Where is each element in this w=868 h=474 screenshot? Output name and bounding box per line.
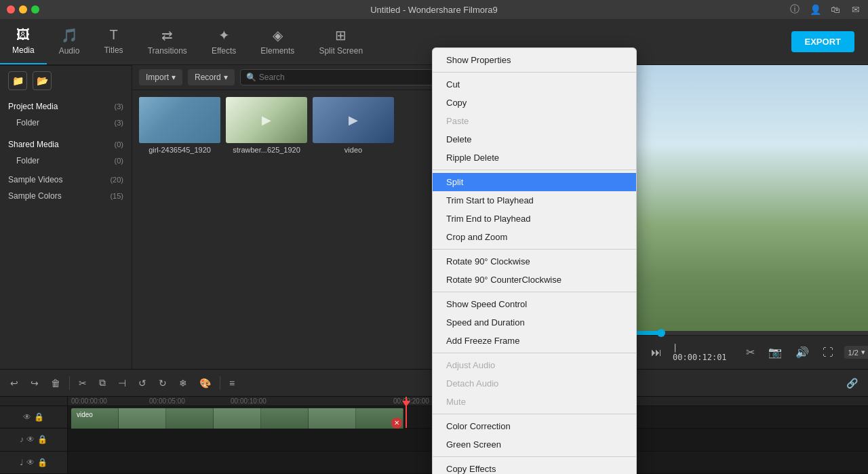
media-label-0: girl-2436545_1920 <box>139 146 220 154</box>
ctx-crop-zoom-label: Crop and Zoom <box>446 232 507 242</box>
media-thumbnail-2: ▶ <box>313 97 394 143</box>
ctx-freeze-frame[interactable]: Add Freeze Frame <box>433 332 636 350</box>
nav-item-transitions[interactable]: ⇄ Transitions <box>136 19 199 64</box>
record-button[interactable]: Record ▾ <box>188 69 235 85</box>
sidebar-item-shared-media[interactable]: Shared Media (0) <box>0 136 132 153</box>
minimize-button[interactable] <box>19 5 27 14</box>
titles-icon: T <box>109 27 117 43</box>
titlebar-actions[interactable]: ⓘ 👤 🛍 ✉ <box>789 4 861 15</box>
ctx-speed-duration[interactable]: Speed and Duration <box>433 313 636 332</box>
lock-button[interactable]: 🔗 <box>843 375 861 391</box>
nav-item-media[interactable]: 🖼 Media <box>0 19 47 64</box>
ctx-rotate-cw[interactable]: Rotate 90° Clockwise <box>433 252 636 271</box>
ctx-speed-duration-label: Speed and Duration <box>446 317 525 328</box>
snapshot-button[interactable]: 📷 <box>766 343 785 361</box>
media-item-2[interactable]: ▶ video <box>313 97 394 154</box>
sidebar-item-project-media[interactable]: Project Media (3) <box>0 98 132 115</box>
traffic-lights[interactable] <box>7 5 39 14</box>
project-media-count: (3) <box>115 102 123 111</box>
export-button[interactable]: EXPORT <box>791 31 854 52</box>
ctx-rotate-ccw-label: Rotate 90° CounterClockwise <box>446 275 561 285</box>
track-label-audio: ♪ 👁 🔒 <box>0 429 67 451</box>
audio-eye-icon[interactable]: 👁 <box>26 435 35 444</box>
play-icon-2: ▶ <box>349 113 358 127</box>
media-label-2: video <box>313 146 394 154</box>
freeze-button[interactable]: ❄ <box>176 375 191 391</box>
trim-button[interactable]: ✂ <box>743 343 757 361</box>
ctx-detach-audio-label: Detach Audio <box>446 378 498 389</box>
ctx-color-correction[interactable]: Color Correction <box>433 417 636 435</box>
redo2-button[interactable]: ↻ <box>155 375 170 391</box>
ctx-paste[interactable]: Paste <box>433 112 636 130</box>
person-icon[interactable]: 👤 <box>810 4 821 15</box>
ctx-adjust-audio[interactable]: Adjust Audio <box>433 356 636 374</box>
volume-button[interactable]: 🔊 <box>793 343 812 361</box>
audio-lock-icon[interactable]: 🔒 <box>37 435 47 444</box>
skip-end-button[interactable]: ⏭ <box>648 344 665 361</box>
ctx-sep-5 <box>433 353 636 353</box>
extra-eye-icon[interactable]: 👁 <box>26 458 35 467</box>
nav-item-titles[interactable]: T Titles <box>92 19 135 64</box>
ctx-show-properties[interactable]: Show Properties <box>433 51 636 69</box>
media-item-0[interactable]: girl-2436545_1920 <box>139 97 220 154</box>
ctx-copy-label: Copy <box>446 98 467 108</box>
store-icon[interactable]: 🛍 <box>830 4 841 15</box>
import-folder-button[interactable]: 📂 <box>33 71 52 90</box>
fullscreen-button[interactable]: ⛶ <box>820 344 836 361</box>
ctx-crop-zoom[interactable]: Crop and Zoom <box>433 228 636 246</box>
sidebar-item-project-folder[interactable]: Folder (3) <box>0 115 132 131</box>
scale-value: 1/2 <box>848 349 859 357</box>
sample-videos-count: (20) <box>110 176 123 184</box>
ctx-show-speed-control[interactable]: Show Speed Control <box>433 295 636 313</box>
message-icon[interactable]: ✉ <box>850 4 861 15</box>
new-folder-button[interactable]: 📁 <box>8 71 27 90</box>
ctx-sep-3 <box>433 249 636 250</box>
ctx-mute[interactable]: Mute <box>433 393 636 411</box>
ctx-trim-start[interactable]: Trim Start to Playhead <box>433 191 636 210</box>
undo2-button[interactable]: ↺ <box>135 375 150 391</box>
record-label: Record <box>195 73 221 82</box>
toolbar-separator-2 <box>220 376 220 390</box>
media-item-1[interactable]: ▶ strawber...625_1920 <box>226 97 307 154</box>
color-button[interactable]: 🎨 <box>196 375 214 391</box>
nav-item-audio[interactable]: 🎵 Audio <box>47 19 92 64</box>
ctx-trim-end[interactable]: Trim End to Playhead <box>433 210 636 228</box>
ctx-trim-start-label: Trim Start to Playhead <box>446 195 534 205</box>
eye-icon[interactable]: 👁 <box>23 412 31 422</box>
ctx-show-properties-label: Show Properties <box>446 55 511 65</box>
sidebar-item-sample-videos[interactable]: Sample Videos (20) <box>0 172 132 188</box>
ctx-copy[interactable]: Copy <box>433 94 636 112</box>
delete-button[interactable]: 🗑 <box>47 375 64 391</box>
lock-icon[interactable]: 🔒 <box>34 412 44 422</box>
nav-item-effects[interactable]: ✦ Effects <box>199 19 248 64</box>
ctx-rotate-ccw[interactable]: Rotate 90° CounterClockwise <box>433 271 636 289</box>
ctx-green-screen[interactable]: Green Screen <box>433 435 636 454</box>
maximize-button[interactable] <box>31 5 39 14</box>
preview-timecode: | 00:00:12:01 <box>673 343 726 362</box>
undo-button[interactable]: ↩ <box>7 375 22 391</box>
scale-select[interactable]: 1/2 ▾ <box>844 346 868 359</box>
nav-item-split-screen[interactable]: ⊞ Split Screen <box>307 19 375 64</box>
split-button[interactable]: ⊣ <box>115 375 130 391</box>
progress-thumb[interactable] <box>657 329 665 337</box>
ctx-ripple-delete[interactable]: Ripple Delete <box>433 149 636 167</box>
ctx-cut[interactable]: Cut <box>433 75 636 94</box>
sidebar-actions[interactable]: 📁 📂 <box>0 65 132 96</box>
import-button[interactable]: Import ▾ <box>139 69 182 85</box>
cut-button[interactable]: ✂ <box>75 375 90 391</box>
sidebar-item-shared-folder[interactable]: Folder (0) <box>0 153 132 169</box>
nav-label-elements: Elements <box>260 46 294 56</box>
extra-lock-icon[interactable]: 🔒 <box>37 458 47 467</box>
settings-button[interactable]: ≡ <box>226 375 238 391</box>
copy-button[interactable]: ⧉ <box>96 374 109 391</box>
ctx-detach-audio[interactable]: Detach Audio <box>433 374 636 393</box>
info-icon[interactable]: ⓘ <box>789 4 800 15</box>
nav-item-elements[interactable]: ◈ Elements <box>248 19 307 64</box>
ctx-split[interactable]: Split <box>433 173 636 191</box>
clip-delete-button[interactable]: ✕ <box>391 418 402 429</box>
sidebar-item-sample-colors[interactable]: Sample Colors (15) <box>0 188 132 204</box>
ctx-delete[interactable]: Delete <box>433 130 636 149</box>
redo-button[interactable]: ↪ <box>27 375 42 391</box>
close-button[interactable] <box>7 5 15 14</box>
ctx-copy-effects[interactable]: Copy Effects <box>433 460 636 474</box>
